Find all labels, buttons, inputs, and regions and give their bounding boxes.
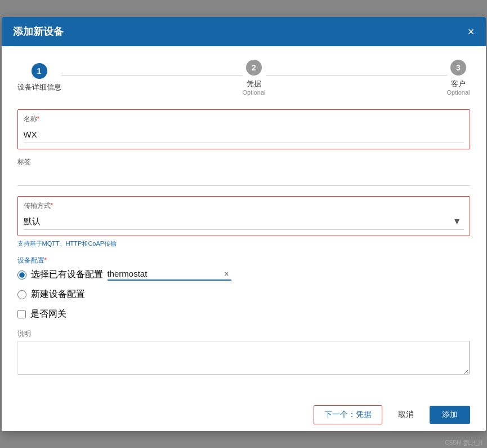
new-config-label[interactable]: 新建设备配置 [31,289,85,300]
step-1-circle: 1 [32,63,47,79]
modal-footer: 下一个：凭据 取消 添加 [2,398,486,431]
step-3-optional: Optional [447,89,470,96]
tags-group: 标签 [17,157,470,186]
new-config-radio-row: 新建设备配置 [17,289,470,300]
step-2: 2 凭据 Optional [243,60,266,96]
gateway-checkbox[interactable] [17,310,26,318]
step-1: 1 设备详细信息 [17,63,61,92]
transport-label: 传输方式* [24,201,464,211]
gateway-checkbox-row: 是否网关 [17,308,470,320]
step-2-optional: Optional [243,89,266,96]
step-3: 3 客户 Optional [447,60,470,96]
tags-label: 标签 [17,157,470,167]
name-field-group: 名称* [17,109,470,149]
close-button[interactable]: × [468,26,475,37]
device-config-clear-button[interactable]: × [222,269,231,278]
gateway-label[interactable]: 是否网关 [30,308,66,320]
watermark: CSDN @LH_H [445,440,482,446]
transport-select[interactable]: 默认 MQTT HTTP CoAP [24,213,464,230]
next-button[interactable]: 下一个：凭据 [314,405,382,424]
modal-body: 1 设备详细信息 2 凭据 Optional 3 [2,46,486,398]
step-3-circle: 3 [450,60,466,76]
step-3-label: 客户 [451,79,466,89]
select-existing-label[interactable]: 选择已有设备配置 [31,269,103,281]
transport-select-wrapper: 默认 MQTT HTTP CoAP ▼ [24,213,464,230]
name-label: 名称* [24,114,464,124]
transport-hint: 支持基于MQTT、HTTP和CoAP传输 [17,239,470,248]
select-existing-radio[interactable] [17,270,26,280]
add-device-modal: 添加新设备 × 1 设备详细信息 2 凭据 [2,17,486,431]
device-config-input[interactable] [108,269,222,278]
steps-row: 1 设备详细信息 2 凭据 Optional 3 [17,60,470,96]
step-1-label: 设备详细信息 [17,82,61,92]
step-2-label: 凭据 [247,79,261,89]
name-input[interactable] [24,126,464,143]
device-config-section: 设备配置* 选择已有设备配置 × 新建设备配置 [17,256,470,320]
description-textarea[interactable] [17,341,470,375]
modal-header: 添加新设备 × [2,17,486,46]
description-label: 说明 [17,329,470,339]
device-config-label: 设备配置* [17,256,470,265]
device-config-input-wrapper: × [108,269,231,281]
cancel-button[interactable]: 取消 [388,406,424,424]
select-existing-radio-row: 选择已有设备配置 × [17,269,470,281]
modal-title: 添加新设备 [13,25,64,38]
step-line-2 [266,75,447,76]
step-2-circle: 2 [246,60,262,76]
tags-input[interactable] [17,169,470,186]
new-config-radio[interactable] [17,290,26,299]
description-group: 说明 [17,329,470,377]
add-button[interactable]: 添加 [430,406,470,424]
transport-field-group: 传输方式* 默认 MQTT HTTP CoAP ▼ [17,196,470,236]
step-line-1 [61,75,243,76]
